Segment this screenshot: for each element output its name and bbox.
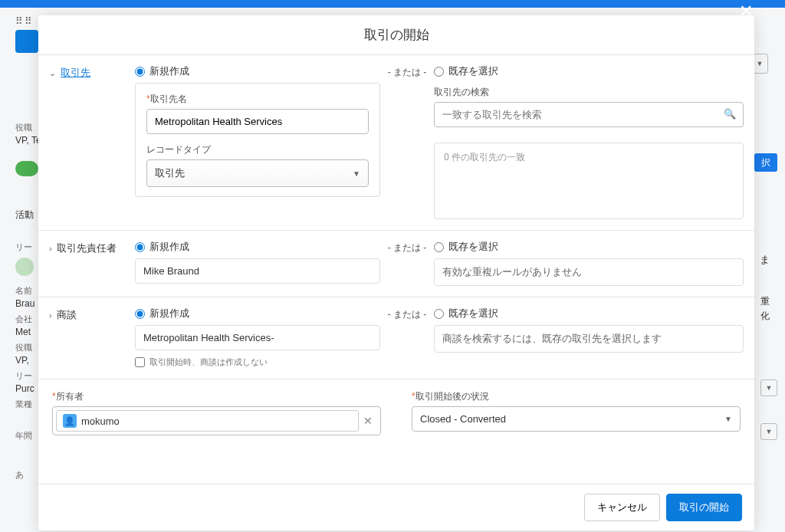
contact-name-box: Mike Braund xyxy=(135,258,380,284)
chevron-down-icon: ⌄ xyxy=(49,68,56,78)
owner-chip[interactable]: 👤 mokumo ✕ xyxy=(52,406,381,435)
remove-owner-icon[interactable]: ✕ xyxy=(359,415,377,427)
record-type-select[interactable]: 取引先 ▼ xyxy=(146,159,369,187)
modal-title: 取引の開始 xyxy=(38,15,754,55)
user-icon: 👤 xyxy=(63,414,77,428)
search-icon[interactable]: 🔍 xyxy=(724,108,736,120)
radio-contact-new[interactable] xyxy=(135,242,145,252)
avatar xyxy=(15,258,34,276)
status-pill xyxy=(15,161,38,176)
radio-account-new[interactable] xyxy=(135,67,145,77)
radio-opportunity-existing[interactable] xyxy=(434,309,444,319)
app-icon xyxy=(15,30,38,53)
contact-info: 有効な重複ルールがありません xyxy=(434,258,744,286)
app-launcher-icon[interactable]: ⠿⠿ xyxy=(15,15,34,27)
chevron-right-icon: › xyxy=(49,310,52,320)
caret-down-icon: ▼ xyxy=(724,415,732,423)
section-account: ⌄ 取引先 新規作成 *取引先名 xyxy=(38,55,754,231)
caret-down-icon: ▼ xyxy=(353,169,360,178)
opportunity-info: 商談を検索するには、既存の取引先を選択します xyxy=(434,325,744,353)
section-opportunity: › 商談 新規作成 Metropolitan Health Services- … xyxy=(38,297,754,379)
close-icon[interactable]: ✕ xyxy=(739,2,753,21)
status-select[interactable]: Closed - Converted ▼ xyxy=(412,406,741,432)
account-name-input[interactable] xyxy=(146,109,369,134)
dropdown-chevron-icon[interactable]: ▼ xyxy=(760,379,777,396)
section-toggle-contact[interactable]: › 取引先責任者 xyxy=(49,240,126,255)
section-toggle-account[interactable]: ⌄ 取引先 xyxy=(49,64,126,80)
account-search-results: 0 件の取引先の一致 xyxy=(434,143,744,219)
radio-opportunity-new[interactable] xyxy=(135,309,145,319)
section-owner-status: *所有者 👤 mokumo ✕ *取引開始後の状況 Closed - Conve… xyxy=(38,379,754,446)
dropdown-chevron-icon[interactable]: ▼ xyxy=(760,423,777,440)
opportunity-name-box: Metropolitan Health Services- xyxy=(135,325,380,350)
cancel-button[interactable]: キャンセル xyxy=(584,494,660,521)
radio-contact-existing[interactable] xyxy=(434,242,444,252)
account-search-input[interactable] xyxy=(434,102,744,127)
convert-lead-modal: ✕ 取引の開始 ⌄ 取引先 新規作成 *取引先名 xyxy=(38,15,754,530)
radio-account-existing[interactable] xyxy=(434,67,444,77)
chevron-right-icon: › xyxy=(49,244,52,253)
modal-footer: キャンセル 取引の開始 xyxy=(38,484,754,530)
section-toggle-opportunity[interactable]: › 商談 xyxy=(49,307,126,322)
no-create-opportunity-checkbox[interactable] xyxy=(135,357,145,367)
submit-button[interactable]: 取引の開始 xyxy=(666,494,742,521)
section-contact: › 取引先責任者 新規作成 Mike Braund - または - xyxy=(38,231,754,297)
